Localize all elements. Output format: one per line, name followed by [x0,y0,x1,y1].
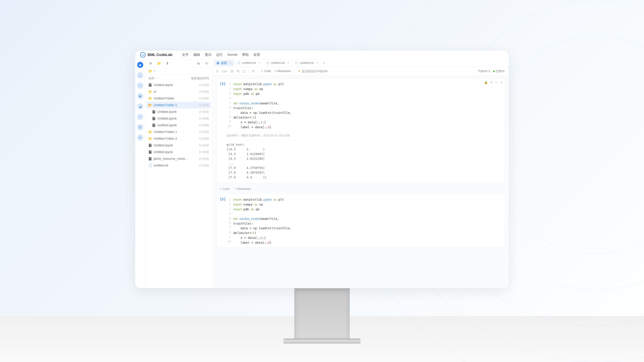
run-icon[interactable]: ▷ [216,69,219,73]
open-folder-icon[interactable]: 📁 [157,61,161,66]
rail-list-icon[interactable]: ☰ [137,124,143,130]
restart-icon[interactable]: ↻ [237,69,240,73]
tree-row[interactable]: 📁Untitled Folder3小时前 [145,95,212,102]
sync-icon[interactable]: ⇆ [196,61,201,66]
tree-row[interactable]: 📓Untitled.ipynb3小时前 [145,115,212,122]
col-time[interactable]: 最新修改时间 [191,76,209,80]
file-icon: 📂 [148,103,152,107]
tab[interactable]: ▦桌面× [214,60,234,66]
code-editor[interactable]: import matplotlib.pyplot as plt import n… [233,82,501,130]
target-icon[interactable]: ◎ [230,69,234,73]
tab[interactable]: 📄untitled.txt× [264,60,292,66]
duplicate-icon[interactable]: ⧉ [490,80,492,84]
menu-settings[interactable]: 设置 [254,52,260,57]
tab-file-icon: 📄 [266,61,269,64]
cell-actions: 🔒 ⧉ ▭ ▾ [484,80,502,84]
file-label: cf [154,90,156,93]
tree-row[interactable]: 📓Untitled.ipynb3小时前 [145,149,212,155]
tab-label: untitled.txt [242,61,256,65]
main-area: ▦桌面×📄untitled.txt×📄untitled.txt×📄untitle… [212,59,509,288]
tree-row[interactable]: 📓Untitled.ipynb3小时前 [145,142,212,149]
file-icon: 📁 [148,130,152,134]
file-time: 3小时前 [199,117,209,120]
menu-help[interactable]: 帮助 [242,52,249,57]
bookmark-icon[interactable]: ▾ [501,80,502,84]
file-label: untitled.txt [154,164,168,167]
add-markdown-button[interactable]: +Markdown [274,69,291,73]
notebook-body: 🔒 ⧉ ▭ ▾ [1] 12345678910 import matplotli… [212,76,509,288]
file-icon: 📓 [152,123,155,127]
copy-icon[interactable]: ⎘ [252,69,254,73]
tree-row[interactable]: 📂Untitled Folder 13小时前 [146,102,211,108]
folder-icon: 📁 [148,69,152,73]
rail-chart-icon[interactable]: ◢ [137,103,143,109]
col-name[interactable]: 名称 [148,76,154,80]
file-icon: 📄 [148,164,152,167]
add-tab-button[interactable]: + [322,60,326,65]
menu-view[interactable]: 显示 [205,52,212,57]
breadcrumb[interactable]: 📁 / [145,67,212,75]
file-icon: 📓 [152,117,155,120]
screen: BML CodeLab 文件 编辑 显示 运行 Kernel 帮助 设置 ◉ ›… [135,50,509,288]
line-gutter: 12345678910 [226,197,233,245]
menubar: BML CodeLab 文件 编辑 显示 运行 Kernel 帮助 设置 [135,50,509,59]
cell-meta: 运行时长：3毫秒 结束时间：2021-04-12 15:13:08 [216,132,505,140]
tab-file-icon: ▦ [217,61,219,64]
menu-kernel[interactable]: Kernel [228,53,237,57]
activity-rail: ◉ ›_ → ◆ ◢ ⑂ ☰ ● [135,59,145,288]
menu-file[interactable]: 文件 [182,52,189,57]
rail-user-icon[interactable]: ● [137,135,143,141]
tree-row[interactable]: 📓Untitled.ipynb3小时前 [145,122,212,129]
locate-running-button[interactable]: ✦定位到运行中的cell [298,69,328,73]
tree-row[interactable]: 📁Untitled Folder 13小时前 [145,129,212,135]
refresh-icon[interactable]: ↻ [204,61,209,66]
file-label: Untitled Folder 1 [154,130,177,134]
kernel-name[interactable]: Python 3 [478,69,490,73]
tab[interactable]: 📄untitled.txt× [293,60,321,66]
stop-icon[interactable]: ◻ [243,69,246,73]
tree-row[interactable]: 📁cf3小时前 [145,88,212,95]
rail-extensions-icon[interactable]: ◆ [137,93,143,99]
file-icon: 📓 [148,143,152,147]
file-icon: 📁 [148,96,152,100]
tree-row[interactable]: 📓jarvis_resource_monit...3小时前 [145,155,212,162]
file-time: 3小时前 [199,143,209,147]
code-cell[interactable]: 🔒 ⧉ ▭ ▾ [1] 12345678910 import matplotli… [216,79,505,183]
insert-code-button[interactable]: + Code [220,187,230,191]
sidebar-header: 名称 ⌃ 最新修改时间 [145,75,212,82]
close-icon[interactable]: × [230,61,232,65]
tree-row[interactable]: 📄untitled.txt3小时前 [145,162,212,169]
close-icon[interactable]: × [258,61,260,65]
rail-branch-icon[interactable]: ⑂ [137,114,143,120]
menu-edit[interactable]: 编辑 [193,52,200,57]
tab-label: untitled.txt [271,61,285,65]
close-icon[interactable]: × [316,61,318,65]
rail-files-icon[interactable]: ◉ [137,62,143,68]
cell-prompt: [1] [220,82,226,130]
file-time: 3小时前 [199,157,209,161]
tree-row[interactable]: 📓Untitled.ipynb4小时前 [145,82,212,88]
run-all-icon[interactable]: ▷▷ [222,69,227,73]
tree-row[interactable]: 📁Untitled Folder 23小时前 [145,135,212,142]
close-icon[interactable]: × [288,61,289,65]
file-icon: 📓 [152,110,155,114]
code-cell[interactable]: [2] 12345678910 import matplotlib.pyplot… [216,194,505,248]
rail-terminal-icon[interactable]: ›_ [137,72,143,78]
breadcrumb-root: / [154,69,155,73]
sort-chevron-icon[interactable]: ⌃ [156,77,158,80]
upload-icon[interactable]: ⬆ [165,61,170,66]
notebook-toolbar: ▷ ▷▷ ◎ ↻ ◻ ⎘ +Code +Markdown ✦定位到运行中的cel… [212,67,509,76]
new-file-icon[interactable]: ⊕ [148,61,153,66]
output-icon[interactable]: ▭ [495,80,498,84]
tab[interactable]: 📄untitled.txt× [235,60,263,66]
file-tree: 📓Untitled.ipynb4小时前📁cf3小时前📁Untitled Fold… [145,82,212,288]
code-editor[interactable]: import matplotlib.pyplot as plt import n… [233,197,501,245]
file-icon: 📓 [148,157,152,161]
menu-run[interactable]: 运行 [216,52,223,57]
tree-row[interactable]: 📓Untitled.ipynb3小时前 [145,108,212,115]
add-code-button[interactable]: +Code [261,69,271,73]
lock-icon[interactable]: 🔒 [484,80,488,84]
app-logo: BML CodeLab [140,52,172,57]
rail-run-icon[interactable]: → [137,83,143,89]
insert-markdown-button[interactable]: + Markdown [234,187,251,191]
